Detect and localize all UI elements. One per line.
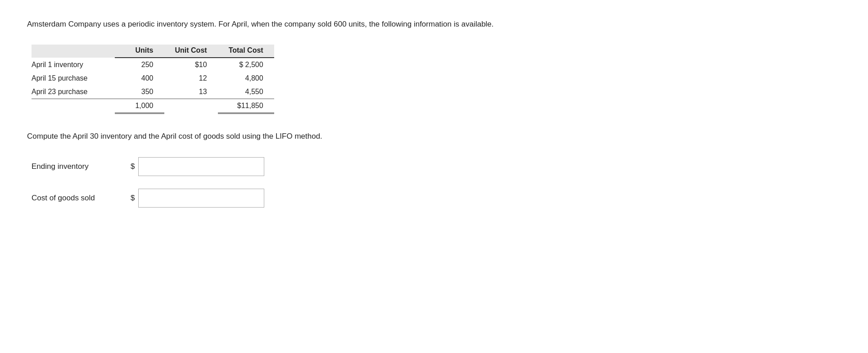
table-row: April 23 purchase 350 13 4,550 — [32, 85, 274, 99]
inventory-table: Units Unit Cost Total Cost April 1 inven… — [32, 45, 274, 114]
total-unit-cost-empty — [164, 99, 218, 113]
row-label-1: April 1 inventory — [32, 58, 115, 72]
ending-inventory-row: Ending inventory $ — [32, 157, 841, 176]
total-label — [32, 99, 115, 113]
row-unit-cost-2: 12 — [164, 72, 218, 85]
cost-of-goods-sold-dollar: $ — [131, 194, 135, 203]
col-header-unit-cost: Unit Cost — [164, 45, 218, 58]
row-unit-cost-1: $10 — [164, 58, 218, 72]
table-row-total: 1,000 $11,850 — [32, 99, 274, 113]
ending-inventory-dollar: $ — [131, 162, 135, 171]
cost-of-goods-sold-input[interactable] — [138, 189, 264, 208]
ending-inventory-label: Ending inventory — [32, 162, 131, 171]
row-units-3: 350 — [115, 85, 164, 99]
table-row: April 1 inventory 250 $10 $ 2,500 — [32, 58, 274, 72]
col-header-units: Units — [115, 45, 164, 58]
row-unit-cost-3: 13 — [164, 85, 218, 99]
row-total-cost-1: $ 2,500 — [218, 58, 274, 72]
compute-instruction: Compute the April 30 inventory and the A… — [27, 132, 567, 141]
row-total-cost-3: 4,550 — [218, 85, 274, 99]
table-row: April 15 purchase 400 12 4,800 — [32, 72, 274, 85]
col-header-total-cost: Total Cost — [218, 45, 274, 58]
cost-of-goods-sold-label: Cost of goods sold — [32, 194, 131, 203]
row-label-2: April 15 purchase — [32, 72, 115, 85]
intro-text: Amsterdam Company uses a periodic invent… — [27, 18, 657, 30]
row-label-3: April 23 purchase — [32, 85, 115, 99]
row-units-2: 400 — [115, 72, 164, 85]
row-units-1: 250 — [115, 58, 164, 72]
total-units: 1,000 — [115, 99, 164, 113]
row-total-cost-2: 4,800 — [218, 72, 274, 85]
total-cost: $11,850 — [218, 99, 274, 113]
cost-of-goods-sold-row: Cost of goods sold $ — [32, 189, 841, 208]
answer-section: Ending inventory $ Cost of goods sold $ — [32, 157, 841, 208]
col-header-label — [32, 45, 115, 58]
ending-inventory-input[interactable] — [138, 157, 264, 176]
